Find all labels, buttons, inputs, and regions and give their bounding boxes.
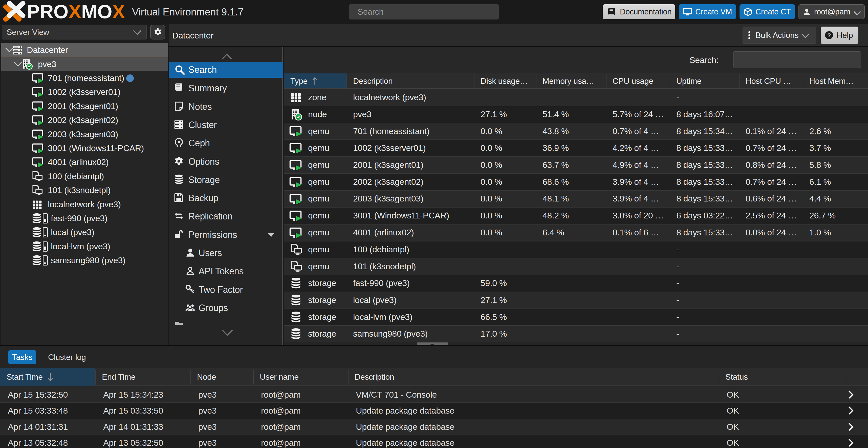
svg-text:?: ? [827,32,831,38]
